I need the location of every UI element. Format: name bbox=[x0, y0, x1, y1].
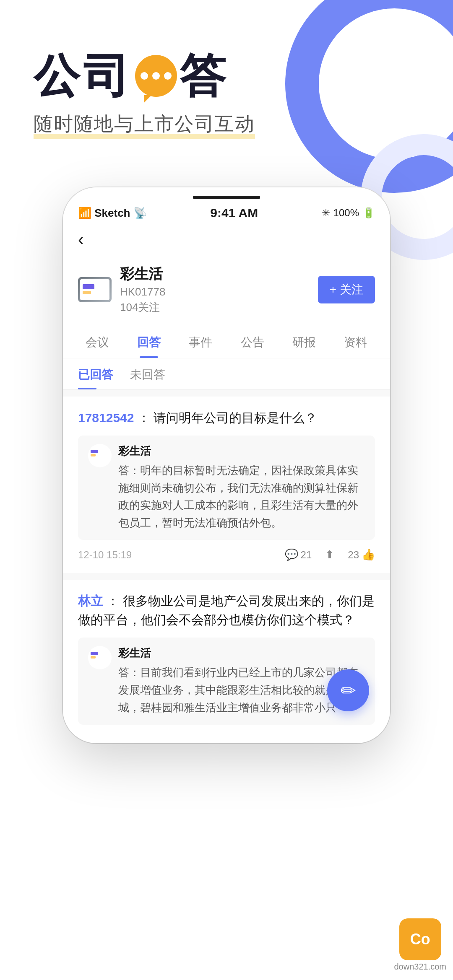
company-header: 彩生活 HK01778 104关注 + 关注 bbox=[63, 256, 390, 325]
qa-time: 12-10 15:19 bbox=[78, 549, 132, 561]
like-icon: 👍 bbox=[362, 548, 375, 561]
tab-navigation: 会议 回答 事件 公告 研报 资料 bbox=[63, 325, 390, 358]
answer-content-2: 彩生活 答：目前我们看到行业内已经上市的几家公司都在发展增值业务，其中能跟彩生活… bbox=[118, 646, 365, 716]
qa-list: 17812542 ： 请问明年公司的目标是什么？ 彩生活 bbox=[63, 397, 390, 736]
like-count: 23 bbox=[348, 549, 359, 561]
hero-subtitle: 随时随地与上市公司互动 bbox=[34, 111, 255, 137]
hero-title-part1: 公司 bbox=[34, 50, 133, 101]
company-followers: 104关注 bbox=[120, 300, 165, 315]
hero-section: 公司 答 随时随地与上市公司互动 bbox=[0, 0, 453, 162]
tab-material[interactable]: 资料 bbox=[330, 325, 382, 358]
bluetooth-icon: ✳ bbox=[322, 207, 330, 219]
status-right: ✳ 100% 🔋 bbox=[322, 207, 375, 219]
answer-company: 彩生活 bbox=[118, 444, 365, 459]
sub-tab-unanswered[interactable]: 未回答 bbox=[130, 367, 165, 389]
qa-item: 17812542 ： 请问明年公司的目标是什么？ 彩生活 bbox=[63, 397, 390, 573]
wifi-icon: 📡 bbox=[133, 207, 147, 219]
tab-event[interactable]: 事件 bbox=[175, 325, 226, 358]
signal-bars: 📶 bbox=[78, 207, 91, 219]
comment-icon: 💬 bbox=[285, 548, 298, 561]
hero-title: 公司 答 bbox=[34, 50, 419, 101]
answer-avatar-stripe2-2 bbox=[91, 656, 96, 659]
sub-tab-navigation: 已回答 未回答 bbox=[63, 358, 390, 390]
comment-count: 21 bbox=[301, 549, 312, 561]
watermark-site: down321.com bbox=[394, 962, 446, 972]
phone-top-bar bbox=[63, 187, 390, 202]
qa-question-text: 请问明年公司的目标是什么？ bbox=[154, 411, 317, 425]
answer-avatar-inner bbox=[89, 446, 111, 465]
qa-item-2: 林立 ： 很多物业公司是地产公司发展出来的，你们是做的平台，他们会不会部分也模仿… bbox=[63, 580, 390, 736]
nav-bar: ‹ bbox=[63, 223, 390, 256]
answer-avatar-2 bbox=[88, 646, 112, 669]
phone-notch bbox=[193, 196, 260, 199]
phone-container: 📶 Sketch 📡 9:41 AM ✳ 100% 🔋 ‹ bbox=[0, 187, 453, 743]
battery-percent: 100% bbox=[333, 207, 359, 219]
qa-question-text-2: 很多物业公司是地产公司发展出来的，你们是做的平台，他们会不会部分也模仿你们这个模… bbox=[78, 594, 375, 627]
qa-answer-box: 彩生活 答：明年的目标暂时无法确定，因社保政策具体实施细则尚未确切公布，我们无法… bbox=[78, 436, 375, 540]
follow-button[interactable]: + 关注 bbox=[318, 276, 375, 303]
answer-avatar bbox=[88, 444, 112, 467]
tab-meeting[interactable]: 会议 bbox=[71, 325, 123, 358]
answer-avatar-stripe2 bbox=[91, 454, 96, 456]
answer-text: 答：明年的目标暂时无法确定，因社保政策具体实施细则尚未确切公布，我们无法准确的测… bbox=[118, 462, 365, 531]
battery-icon: 🔋 bbox=[362, 207, 375, 219]
carrier-name: Sketch bbox=[94, 207, 133, 219]
status-bar: 📶 Sketch 📡 9:41 AM ✳ 100% 🔋 bbox=[63, 202, 390, 223]
qa-user-name-2[interactable]: 林立 bbox=[78, 594, 103, 608]
answer-avatar-inner-2 bbox=[89, 648, 111, 667]
company-info: 彩生活 HK01778 104关注 bbox=[120, 264, 165, 315]
phone-mockup: 📶 Sketch 📡 9:41 AM ✳ 100% 🔋 ‹ bbox=[63, 187, 390, 743]
answer-avatar-stripe1-2 bbox=[91, 652, 98, 655]
status-signal: 📶 Sketch 📡 bbox=[78, 207, 147, 220]
company-logo-inner bbox=[80, 279, 109, 300]
bubble-dot2 bbox=[152, 72, 160, 80]
fab-compose[interactable]: ✏ bbox=[327, 669, 369, 711]
qa-comment-action[interactable]: 💬 21 bbox=[285, 548, 312, 561]
qa-question: 17812542 ： 请问明年公司的目标是什么？ bbox=[78, 408, 375, 427]
qa-user-name[interactable]: 17812542 bbox=[78, 411, 134, 425]
share-icon: ⬆ bbox=[325, 548, 334, 561]
bubble-dot bbox=[141, 72, 148, 80]
logo-stripe-1 bbox=[83, 284, 94, 289]
compose-icon: ✏ bbox=[341, 680, 356, 701]
qa-question-colon-2: ： bbox=[107, 594, 119, 608]
company-left: 彩生活 HK01778 104关注 bbox=[78, 264, 165, 315]
answer-company-2: 彩生活 bbox=[118, 646, 365, 661]
qa-actions: 💬 21 ⬆ 23 👍 bbox=[285, 548, 375, 561]
sub-tab-answered[interactable]: 已回答 bbox=[78, 367, 113, 389]
answer-avatar-stripe1 bbox=[91, 450, 98, 453]
qa-question-2: 林立 ： 很多物业公司是地产公司发展出来的，你们是做的平台，他们会不会部分也模仿… bbox=[78, 591, 375, 629]
tab-announcement[interactable]: 公告 bbox=[226, 325, 278, 358]
app-content: ‹ 彩生活 HK01778 104关注 bbox=[63, 223, 390, 736]
watermark-logo: Co bbox=[399, 918, 441, 960]
bubble-icon bbox=[135, 55, 177, 97]
logo-stripe-2 bbox=[83, 291, 91, 294]
qa-question-colon: ： bbox=[138, 411, 150, 425]
tab-answer[interactable]: 回答 bbox=[123, 325, 174, 358]
status-time: 9:41 AM bbox=[210, 206, 258, 220]
answer-content: 彩生活 答：明年的目标暂时无法确定，因社保政策具体实施细则尚未确切公布，我们无法… bbox=[118, 444, 365, 531]
hero-title-part2: 答 bbox=[180, 50, 229, 101]
qa-like-action[interactable]: 23 👍 bbox=[348, 548, 375, 561]
company-logo bbox=[78, 277, 112, 302]
company-name: 彩生活 bbox=[120, 264, 165, 284]
back-button[interactable]: ‹ bbox=[78, 230, 83, 249]
qa-footer: 12-10 15:19 💬 21 ⬆ 23 👍 bbox=[78, 548, 375, 561]
watermark: Co down321.com bbox=[394, 918, 446, 972]
company-code: HK01778 bbox=[120, 285, 165, 298]
tab-research[interactable]: 研报 bbox=[278, 325, 330, 358]
qa-share-action[interactable]: ⬆ bbox=[325, 548, 334, 561]
bubble-dot3 bbox=[164, 72, 172, 80]
